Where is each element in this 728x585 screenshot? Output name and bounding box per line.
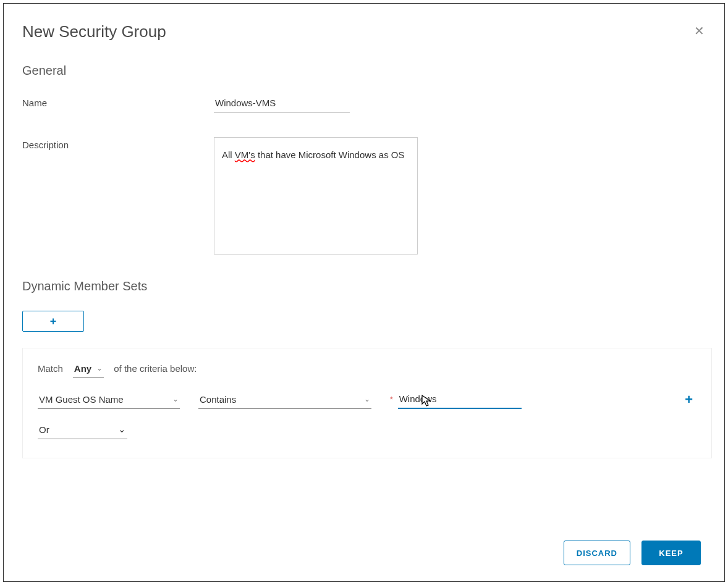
dialog-title: New Security Group [22, 22, 166, 41]
criteria-value-wrap: * [390, 390, 522, 409]
close-icon[interactable]: ✕ [694, 22, 705, 37]
criteria-row-1: VM Guest OS Name ⌄ Contains ⌄ * [38, 390, 699, 409]
chevron-down-icon: ⌄ [172, 395, 179, 403]
add-member-set-button[interactable]: + [22, 311, 84, 332]
match-label-pre: Match [38, 363, 63, 374]
description-row: Description All VM's that have Microsoft… [22, 137, 712, 255]
dialog-header: New Security Group ✕ [22, 22, 719, 41]
section-dynamic-title: Dynamic Member Sets [22, 279, 712, 293]
plus-icon: + [685, 392, 693, 407]
description-label: Description [22, 137, 214, 150]
logic-row: Or ⌄ [38, 420, 699, 439]
criteria-panel: Match Any ⌄ of the criteria below: VM Gu… [22, 348, 712, 458]
section-general-title: General [22, 64, 712, 78]
add-criteria-row-button[interactable]: + [685, 392, 693, 408]
description-input[interactable]: All VM's that have Microsoft Windows as … [214, 137, 418, 255]
spacer [22, 458, 712, 508]
name-input[interactable] [214, 95, 350, 112]
name-row: Name [22, 95, 712, 112]
match-label-post: of the criteria below: [114, 363, 197, 374]
spellcheck-error: VM's [235, 149, 255, 160]
logic-operator-select[interactable]: Or ⌄ [38, 420, 127, 439]
chevron-down-icon: ⌄ [118, 424, 126, 435]
dialog-scroll-area[interactable]: General Name Description All VM's that h… [22, 64, 719, 515]
keep-button[interactable]: KEEP [641, 541, 701, 565]
criteria-operator-select[interactable]: Contains ⌄ [198, 390, 371, 409]
name-label: Name [22, 95, 214, 108]
dialog-footer: DISCARD KEEP [564, 541, 701, 565]
required-indicator: * [390, 395, 393, 404]
plus-icon: + [50, 315, 57, 328]
discard-button[interactable]: DISCARD [564, 541, 630, 565]
criteria-attribute-select[interactable]: VM Guest OS Name ⌄ [38, 390, 180, 409]
match-row: Match Any ⌄ of the criteria below: [38, 363, 699, 374]
new-security-group-dialog: New Security Group ✕ General Name Descri… [3, 3, 725, 582]
match-mode-select[interactable]: Any [73, 361, 104, 378]
criteria-value-input[interactable] [398, 390, 522, 409]
chevron-down-icon: ⌄ [364, 395, 370, 403]
